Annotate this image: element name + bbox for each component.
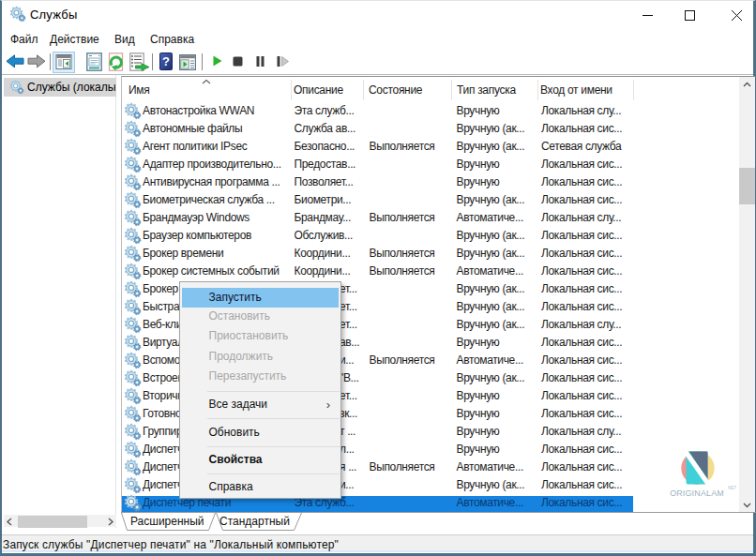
svg-text:ORIGINALAM: ORIGINALAM — [670, 488, 724, 498]
svg-text:?: ? — [162, 54, 170, 68]
svg-text:NET: NET — [728, 486, 736, 490]
